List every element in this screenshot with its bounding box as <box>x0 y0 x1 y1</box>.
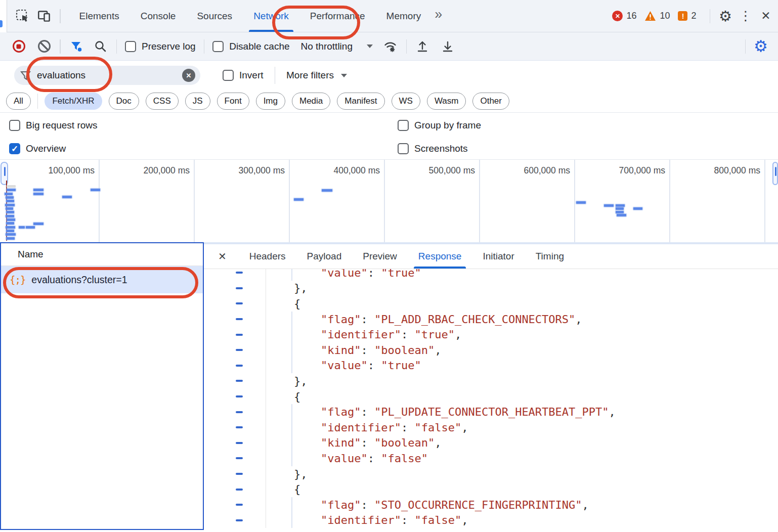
invert-label: Invert <box>239 70 264 81</box>
export-har-icon[interactable] <box>437 36 458 57</box>
request-timing-bar <box>604 204 614 207</box>
type-filter-all[interactable]: All <box>6 93 31 110</box>
tab-label: Sources <box>197 11 232 22</box>
tab-sources[interactable]: Sources <box>186 0 243 32</box>
overview-right-grip[interactable] <box>772 162 778 185</box>
details-tab-response[interactable]: Response <box>408 244 472 269</box>
big-request-rows-checkbox[interactable]: Big request rows <box>9 120 398 131</box>
tab-elements[interactable]: Elements <box>69 0 130 32</box>
checkbox[interactable] <box>398 120 409 131</box>
code-line: }, <box>204 281 778 296</box>
type-filter-css[interactable]: CSS <box>146 93 179 110</box>
more-options-icon[interactable]: ⋮ <box>736 6 756 26</box>
settings-gear-icon[interactable]: ⚙ <box>715 6 736 26</box>
divider <box>37 94 38 109</box>
request-timing-bar <box>6 200 14 202</box>
record-network-log-icon[interactable] <box>8 36 29 57</box>
filter-icon[interactable] <box>66 36 87 57</box>
screenshots-checkbox[interactable]: Screenshots <box>398 143 778 154</box>
code-text: "value": "false" <box>266 451 778 466</box>
tab-console[interactable]: Console <box>130 0 187 32</box>
type-filter-font[interactable]: Font <box>217 93 249 110</box>
details-tab-preview[interactable]: Preview <box>352 244 408 269</box>
code-text: "flag": "STO_OCCURRENCE_FINGERPRINTING", <box>266 497 778 513</box>
filter-input-value[interactable]: evaluations <box>37 70 182 81</box>
disable-cache-checkbox[interactable]: Disable cache <box>212 41 289 52</box>
warning-badge[interactable]: 10 <box>644 11 670 21</box>
inspect-element-icon[interactable] <box>12 6 33 27</box>
device-toolbar-icon[interactable] <box>33 6 55 27</box>
invert-checkbox[interactable]: Invert <box>223 70 264 81</box>
filter-input[interactable]: evaluations ✕ <box>14 66 200 85</box>
gutter-dash <box>236 457 243 459</box>
network-conditions-icon[interactable] <box>380 36 401 57</box>
details-tab-timing[interactable]: Timing <box>525 244 575 269</box>
details-tab-headers[interactable]: Headers <box>239 244 296 269</box>
checkbox[interactable] <box>223 70 234 81</box>
gutter-dash <box>236 365 243 367</box>
type-filter-img[interactable]: Img <box>256 93 285 110</box>
request-timing-bar <box>33 189 44 191</box>
group-by-frame-checkbox[interactable]: Group by frame <box>398 120 778 131</box>
type-filter-other[interactable]: Other <box>472 93 509 110</box>
error-badge[interactable]: ✕ 16 <box>612 11 636 21</box>
overview-checkbox[interactable]: ✓ Overview <box>9 143 398 154</box>
name-column-header[interactable]: Name <box>1 243 203 266</box>
request-timing-bar <box>6 230 14 232</box>
checkbox[interactable] <box>398 143 409 154</box>
screenshots-label: Screenshots <box>414 143 468 154</box>
request-row[interactable]: {;}evaluations?cluster=1 <box>1 266 203 293</box>
checkbox[interactable]: ✓ <box>9 143 20 154</box>
clear-filter-icon[interactable]: ✕ <box>182 69 195 82</box>
request-timing-bar <box>6 233 16 236</box>
issues-badge[interactable]: ! 2 <box>678 11 696 21</box>
line-gutter <box>204 395 266 397</box>
code-text: "value": "true" <box>266 269 778 281</box>
network-toolbar: Preserve log Disable cache No throttling <box>0 32 778 61</box>
line-gutter <box>204 411 266 413</box>
more-tabs-icon[interactable]: » <box>431 7 447 25</box>
type-filter-js[interactable]: JS <box>185 93 210 110</box>
request-timing-bar <box>6 215 14 217</box>
request-timing-bar <box>6 222 14 225</box>
close-devtools-icon[interactable]: ✕ <box>756 6 776 26</box>
type-filter-media[interactable]: Media <box>292 93 330 110</box>
more-filters-dropdown[interactable]: More filters <box>286 70 347 81</box>
tab-performance[interactable]: Performance <box>299 0 376 32</box>
checkbox[interactable] <box>9 120 20 131</box>
clear-network-log-icon[interactable] <box>33 36 55 57</box>
throttling-dropdown[interactable]: No throttling <box>301 41 373 52</box>
overview-strip[interactable]: 100,000 ms200,000 ms300,000 ms400,000 ms… <box>0 160 778 242</box>
timeline-gridline <box>384 160 385 242</box>
import-har-icon[interactable] <box>412 36 433 57</box>
type-filter-fetch-xhr[interactable]: Fetch/XHR <box>45 93 102 110</box>
gutter-dash <box>236 504 243 506</box>
timeline-tick-label: 800,000 ms <box>679 165 760 176</box>
gutter-dash <box>236 489 243 491</box>
type-filter-wasm[interactable]: Wasm <box>427 93 466 110</box>
network-options-pane: Big request rows Group by frame ✓ Overvi… <box>0 113 778 160</box>
details-tab-payload[interactable]: Payload <box>296 244 353 269</box>
type-filter-manifest[interactable]: Manifest <box>337 93 384 110</box>
network-settings-gear-icon[interactable]: ⚙ <box>751 36 771 57</box>
network-log-area: Name {;}evaluations?cluster=1 ✕ HeadersP… <box>0 242 778 530</box>
request-timing-bar <box>7 189 16 191</box>
request-timing-bar <box>5 204 15 206</box>
code-line: "kind": "boolean", <box>204 435 778 451</box>
response-source-view: "value": "true"},{"flag": "PL_ADD_RBAC_C… <box>204 269 778 530</box>
checkbox[interactable] <box>212 41 224 52</box>
disable-cache-label: Disable cache <box>229 41 289 52</box>
close-details-icon[interactable]: ✕ <box>218 250 227 262</box>
type-filter-ws[interactable]: WS <box>392 93 420 110</box>
request-timing-bar <box>6 226 15 229</box>
panel-tabs: ElementsConsoleSourcesNetworkPerformance… <box>69 0 432 32</box>
tab-network[interactable]: Network <box>243 0 299 32</box>
search-icon[interactable] <box>90 36 111 57</box>
details-tab-initiator[interactable]: Initiator <box>472 244 525 269</box>
tab-memory[interactable]: Memory <box>376 0 432 32</box>
type-filter-doc[interactable]: Doc <box>109 93 139 110</box>
checkbox[interactable] <box>125 41 136 52</box>
gutter-dash <box>236 287 243 289</box>
code-line: { <box>204 481 778 497</box>
preserve-log-checkbox[interactable]: Preserve log <box>125 41 196 52</box>
